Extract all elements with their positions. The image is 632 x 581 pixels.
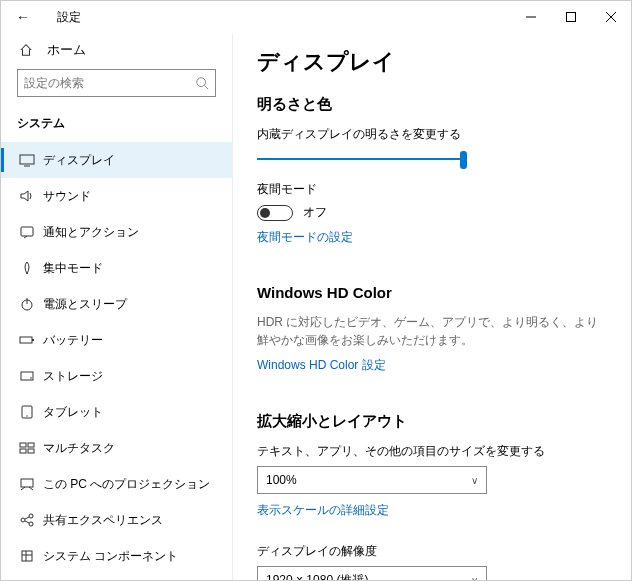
chevron-down-icon: ∨ (471, 575, 478, 581)
page-title: ディスプレイ (257, 47, 607, 77)
chevron-down-icon: ∨ (471, 475, 478, 486)
display-icon (19, 152, 43, 168)
resolution-label: ディスプレイの解像度 (257, 543, 607, 560)
svg-point-17 (26, 415, 27, 416)
sidebar-item-label: 電源とスリープ (43, 296, 127, 313)
search-input[interactable] (24, 76, 195, 90)
sidebar-item-notifications[interactable]: 通知とアクション (1, 214, 232, 250)
svg-rect-20 (20, 449, 26, 453)
toggle-knob (260, 208, 270, 218)
main-panel: ディスプレイ 明るさと色 内蔵ディスプレイの明るさを変更する 夜間モード オフ … (233, 33, 631, 580)
svg-line-26 (25, 517, 29, 519)
brightness-slider[interactable] (257, 149, 467, 171)
svg-line-5 (205, 86, 209, 90)
tablet-icon (19, 404, 43, 420)
night-light-state: オフ (303, 204, 327, 221)
hdcolor-desc: HDR に対応したビデオ、ゲーム、アプリで、より明るく、より鮮やかな画像をお楽し… (257, 313, 607, 349)
home-icon (19, 43, 33, 57)
svg-rect-22 (21, 479, 33, 487)
hdcolor-link[interactable]: Windows HD Color 設定 (257, 357, 386, 374)
search-icon (195, 76, 209, 90)
minimize-button[interactable] (511, 1, 551, 33)
svg-point-4 (197, 78, 206, 87)
sidebar-item-shared[interactable]: 共有エクスペリエンス (1, 502, 232, 538)
svg-rect-18 (20, 443, 26, 447)
window-title: 設定 (37, 9, 511, 26)
maximize-button[interactable] (551, 1, 591, 33)
svg-rect-14 (21, 372, 33, 380)
svg-line-27 (25, 521, 29, 523)
sidebar: ホーム システム ディスプレイ サウンド 通知とアクション (1, 33, 233, 580)
sidebar-item-battery[interactable]: バッテリー (1, 322, 232, 358)
resolution-select[interactable]: 1920 × 1080 (推奨) ∨ (257, 566, 487, 580)
sidebar-item-label: 集中モード (43, 260, 103, 277)
sidebar-item-sound[interactable]: サウンド (1, 178, 232, 214)
shared-icon (19, 512, 43, 528)
close-button[interactable] (591, 1, 631, 33)
battery-icon (19, 332, 43, 348)
svg-rect-28 (22, 551, 32, 561)
power-icon (19, 296, 43, 312)
svg-point-15 (30, 377, 32, 379)
advanced-scale-link[interactable]: 表示スケールの詳細設定 (257, 502, 389, 519)
sidebar-item-power[interactable]: 電源とスリープ (1, 286, 232, 322)
projection-icon (19, 476, 43, 492)
slider-track (257, 158, 467, 160)
sound-icon (19, 188, 43, 204)
notifications-icon (19, 224, 43, 240)
sidebar-item-label: ストレージ (43, 368, 103, 385)
sidebar-item-label: システム コンポーネント (43, 548, 178, 565)
search-box[interactable] (17, 69, 216, 97)
svg-rect-8 (21, 227, 33, 236)
svg-rect-12 (20, 337, 32, 343)
slider-thumb[interactable] (460, 151, 467, 169)
resolution-value: 1920 × 1080 (推奨) (266, 572, 368, 581)
night-light-toggle[interactable] (257, 205, 293, 221)
sidebar-item-label: 通知とアクション (43, 224, 139, 241)
multitask-icon (19, 440, 43, 456)
text-size-select[interactable]: 100% ∨ (257, 466, 487, 494)
svg-rect-13 (32, 339, 34, 341)
back-button[interactable]: ← (9, 9, 37, 25)
hdcolor-section-title: Windows HD Color (257, 284, 607, 301)
svg-rect-21 (28, 449, 34, 453)
components-icon (19, 548, 43, 564)
svg-rect-1 (567, 13, 576, 22)
sidebar-item-storage[interactable]: ストレージ (1, 358, 232, 394)
nav-list: ディスプレイ サウンド 通知とアクション 集中モード 電源とスリープ バッテリー (1, 142, 232, 574)
svg-point-23 (21, 518, 25, 522)
sidebar-item-tablet[interactable]: タブレット (1, 394, 232, 430)
svg-point-24 (29, 514, 33, 518)
sidebar-item-projection[interactable]: この PC へのプロジェクション (1, 466, 232, 502)
home-label: ホーム (47, 41, 86, 59)
storage-icon (19, 368, 43, 384)
night-light-label: 夜間モード (257, 181, 607, 198)
svg-rect-6 (20, 155, 34, 164)
sidebar-item-label: バッテリー (43, 332, 103, 349)
sidebar-item-display[interactable]: ディスプレイ (1, 142, 232, 178)
focus-icon (19, 260, 43, 276)
sidebar-item-label: サウンド (43, 188, 91, 205)
text-size-value: 100% (266, 473, 297, 487)
sidebar-item-label: 共有エクスペリエンス (43, 512, 163, 529)
home-button[interactable]: ホーム (1, 33, 232, 69)
sidebar-item-label: ディスプレイ (43, 152, 115, 169)
svg-rect-19 (28, 443, 34, 447)
sidebar-item-components[interactable]: システム コンポーネント (1, 538, 232, 574)
svg-point-25 (29, 522, 33, 526)
sidebar-item-label: この PC へのプロジェクション (43, 476, 210, 493)
category-label: システム (1, 107, 232, 142)
brightness-section-title: 明るさと色 (257, 95, 607, 114)
sidebar-item-label: タブレット (43, 404, 103, 421)
scale-section-title: 拡大縮小とレイアウト (257, 412, 607, 431)
sidebar-item-multitask[interactable]: マルチタスク (1, 430, 232, 466)
brightness-slider-label: 内蔵ディスプレイの明るさを変更する (257, 126, 607, 143)
sidebar-item-focus[interactable]: 集中モード (1, 250, 232, 286)
text-size-label: テキスト、アプリ、その他の項目のサイズを変更する (257, 443, 607, 460)
night-light-settings-link[interactable]: 夜間モードの設定 (257, 229, 353, 246)
sidebar-item-label: マルチタスク (43, 440, 115, 457)
